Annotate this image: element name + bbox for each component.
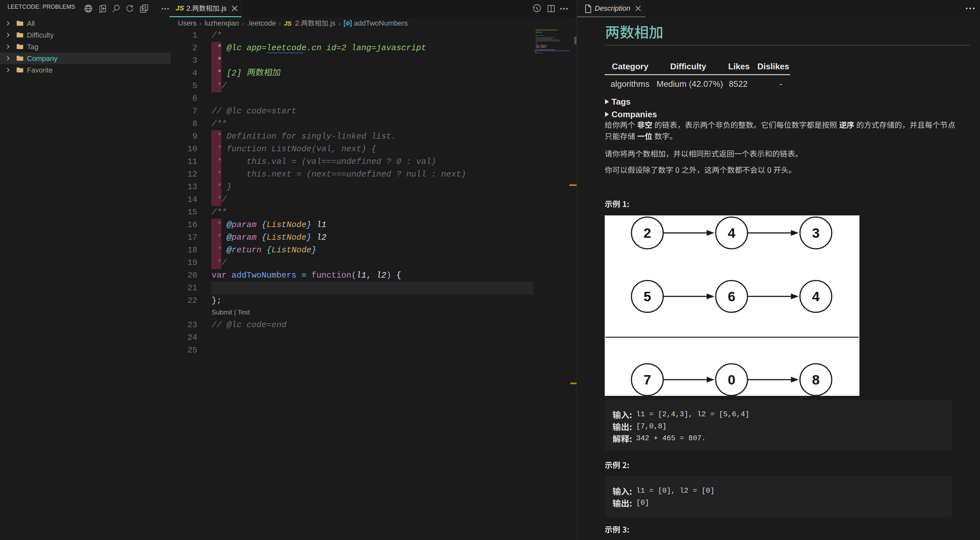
svg-text:7: 7 (644, 372, 651, 388)
svg-text:5: 5 (644, 289, 651, 304)
svg-text:3: 3 (812, 226, 819, 241)
svg-text:4: 4 (728, 226, 736, 241)
svg-text:4: 4 (812, 289, 820, 304)
svg-text:2: 2 (644, 226, 651, 241)
svg-text:6: 6 (728, 289, 735, 304)
svg-text:0: 0 (728, 372, 735, 388)
svg-text:8: 8 (812, 372, 819, 388)
